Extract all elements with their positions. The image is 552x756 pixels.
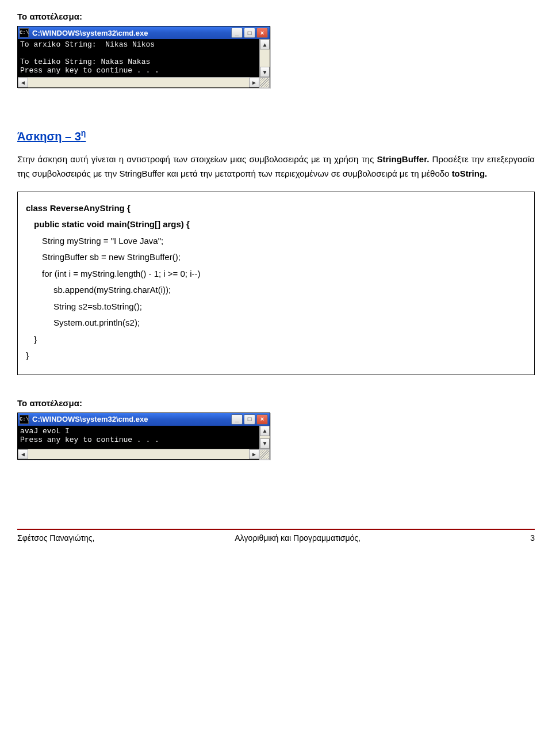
code-line-8: System.out.println(s2); [53,315,526,331]
close-button[interactable]: × [256,414,268,425]
titlebar-text-1: C:\WINDOWS\system32\cmd.exe [31,29,229,37]
horizontal-scrollbar[interactable]: ◄ ► [18,449,270,459]
resize-grip-icon[interactable] [259,449,270,460]
horizontal-scrollbar[interactable]: ◄ ► [18,77,270,87]
console-output-2: avaJ evoL I Press any key to continue . … [18,426,259,449]
minimize-button[interactable]: _ [231,414,243,425]
exercise-heading-text: Άσκηση – 3 [17,130,81,143]
code-line-3: String myString = "I Love Java"; [42,233,526,250]
maximize-button[interactable]: □ [244,414,255,425]
minimize-button[interactable]: _ [231,28,243,38]
code-line-6: sb.append(myString.charAt(i)); [53,282,526,299]
code-line-7: String s2=sb.toString(); [53,299,526,315]
footer-title: Αλγοριθμική και Προγραμματισμός, [235,533,518,543]
scroll-left-icon[interactable]: ◄ [18,449,28,459]
scroll-up-icon[interactable]: ▲ [260,426,270,436]
scroll-left-icon[interactable]: ◄ [18,78,28,87]
exercise-paragraph: Στην άσκηση αυτή γίνεται η αντιστροφή τω… [17,152,535,181]
code-line-2: public static void main(String[] args) { [34,216,526,233]
scroll-track[interactable] [260,49,270,67]
code-line-10: } [26,348,526,364]
para-bold-d: toString. [452,169,488,178]
title-buttons-2: _ □ × [231,414,268,425]
scroll-right-icon[interactable]: ► [249,78,259,87]
close-button[interactable]: × [256,28,268,38]
vertical-scrollbar[interactable]: ▲ ▼ [259,426,270,449]
result-label-1: Το αποτέλεσμα: [17,12,535,21]
footer-author: Σφέτσος Παναγιώτης, [17,533,235,543]
title-buttons-1: _ □ × [231,28,268,38]
maximize-button[interactable]: □ [244,28,255,38]
cmd-sysicon: C:\ [20,415,29,424]
para-bold-b: StringBuffer. [377,154,429,164]
code-line-9: } [34,331,526,348]
para-text-a: Στην άσκηση αυτή γίνεται η αντιστροφή τω… [17,154,377,164]
code-line-1: class ReverseAnyString { [26,200,526,217]
cmd-window-1: C:\ C:\WINDOWS\system32\cmd.exe _ □ × To… [17,26,270,88]
code-line-5: for (int i = myString.length() - 1; i >=… [42,266,526,282]
scroll-right-icon[interactable]: ► [249,449,259,459]
footer-rule [17,529,535,530]
titlebar-2: C:\ C:\WINDOWS\system32\cmd.exe _ □ × [18,413,270,426]
scroll-down-icon[interactable]: ▼ [260,438,270,449]
result-label-2: Το αποτέλεσμα: [17,398,535,408]
scroll-down-icon[interactable]: ▼ [260,67,270,77]
titlebar-1: C:\ C:\WINDOWS\system32\cmd.exe _ □ × [18,26,270,39]
titlebar-text-2: C:\WINDOWS\system32\cmd.exe [31,415,229,423]
console-output-1: To arxiko String: Nikas Nikos To teliko … [18,39,259,77]
scroll-track-h[interactable] [28,78,249,87]
footer-page: 3 [518,533,535,543]
code-box: class ReverseAnyString { public static v… [17,192,535,375]
scroll-up-icon[interactable]: ▲ [260,39,270,49]
scroll-track-h[interactable] [28,449,249,459]
footer: Σφέτσος Παναγιώτης, Αλγοριθμική και Προγ… [17,533,535,543]
cmd-window-2: C:\ C:\WINDOWS\system32\cmd.exe _ □ × av… [17,413,270,460]
exercise-heading-sup: η [81,128,86,138]
vertical-scrollbar[interactable]: ▲ ▼ [259,39,270,77]
resize-grip-icon[interactable] [259,78,270,88]
code-line-4: StringBuffer sb = new StringBuffer(); [42,249,526,266]
cmd-sysicon: C:\ [20,28,29,37]
exercise-heading: Άσκηση – 3η [17,128,535,143]
